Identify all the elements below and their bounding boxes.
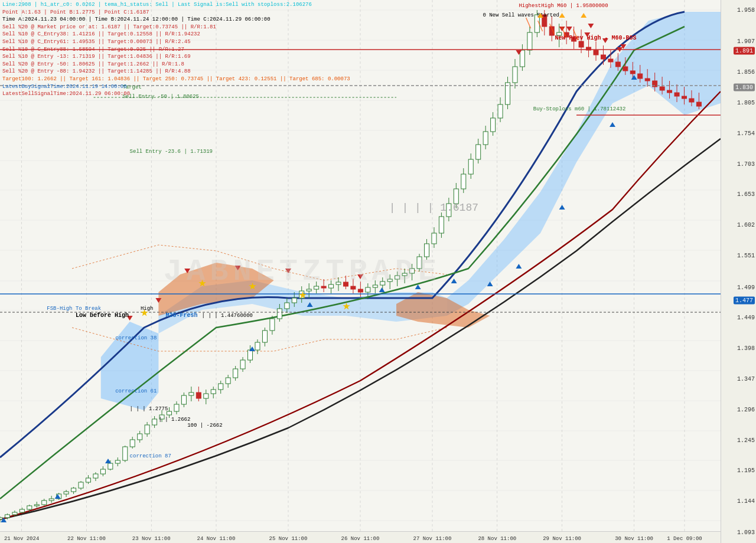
chart-container: Line:2908 | h1_atr_c0: 0.0262 | tema_h1_… (0, 0, 756, 543)
chart-canvas (0, 0, 756, 543)
